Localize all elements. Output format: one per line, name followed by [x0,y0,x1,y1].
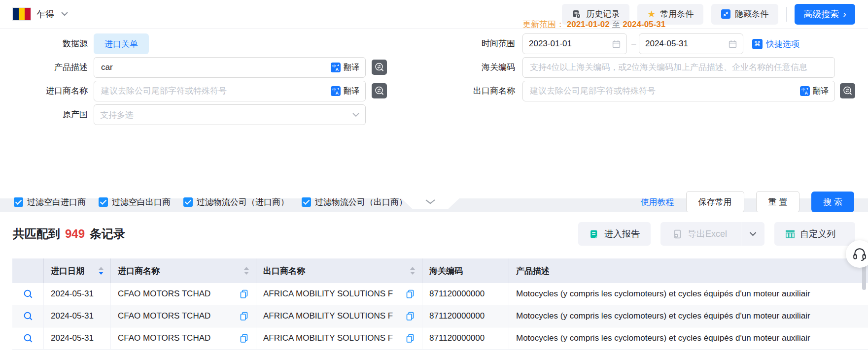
product-desc-cell: Motocycles (y compris les cyclomoteurs) … [509,283,868,305]
sort-icon[interactable] [99,267,104,275]
magnifier-icon [23,311,34,321]
results-table: 进口日期 进口商名称 出口商名称 海关编码 产品描述 2 [12,258,868,350]
column-header-importer[interactable]: 进口商名称 [111,258,256,283]
checkbox-filter-blank-exporter[interactable]: 过滤空白出口商 [99,196,171,208]
export-options-caret[interactable] [741,222,764,246]
export-icon [672,229,683,239]
save-favorite-button[interactable]: 保存常用 [686,191,744,213]
product-desc-input[interactable] [100,62,331,73]
copy-icon [405,289,415,299]
hs-code-field [522,57,835,78]
translate-button[interactable]: 中A 翻译 [331,63,359,73]
report-icon [589,229,599,239]
detail-column-header [12,258,44,283]
collapse-icon [721,9,730,19]
data-source-label: 数据源 [0,33,88,54]
hide-conditions-button[interactable]: 隐藏条件 [711,4,778,25]
copy-button[interactable] [405,311,415,321]
quick-options-link[interactable]: ⌘ 快捷选项 [752,33,799,54]
enter-report-button[interactable]: 进入报告 [578,222,651,246]
start-date-input[interactable]: 2023-01-01 [522,33,627,54]
fuzzy-match-icon [374,86,385,96]
filter-checkboxes: 过滤空白进口商 过滤空白出口商 过滤物流公司（进口商） 过滤物流公司（出口商） [14,196,407,208]
chevron-down-icon [61,12,68,16]
results-summary: 共匹配到949条记录 [13,226,125,242]
fuzzy-match-icon [374,62,385,73]
copy-button[interactable] [405,289,415,299]
star-icon: ★ [647,9,656,19]
view-detail-button[interactable] [23,289,34,299]
reset-button[interactable]: 重 置 [756,191,800,213]
hs-code-input[interactable] [529,62,829,73]
svg-text:A: A [805,91,808,96]
export-excel-main[interactable]: 导出Excel [660,222,736,246]
magnifier-icon [23,289,34,299]
view-detail-button[interactable] [23,333,34,344]
product-desc-cell: Motocycles (y compris les cyclomoteurs) … [509,305,868,327]
checkbox-filter-logistics-exporter[interactable]: 过滤物流公司（出口商） [302,196,407,208]
hs-code-cell: 871120000000 [422,327,509,349]
checkbox-checked-icon [14,197,23,207]
import-date-cell: 2024-05-31 [44,305,111,327]
row-detail-cell [12,305,44,327]
import-date-cell: 2024-05-31 [44,283,111,305]
svg-text:A: A [336,67,339,72]
table-body: 2024-05-31 CFAO MOTORS TCHAD AFRICA MOBI… [12,283,868,350]
translate-icon: 中A [800,86,810,96]
copy-button[interactable] [239,311,249,321]
end-date-input[interactable]: 2024-05-31 [639,33,743,54]
calendar-icon [729,40,737,48]
divider [786,7,787,22]
product-desc-cell: Motocycles (y compris les cyclomoteurs) … [509,327,868,349]
tab-import-declaration[interactable]: 进口关单 [94,33,149,54]
search-form: 更新范围： 2021-01-02 至 2024-05-31 数据源 进口关单 时… [0,29,868,198]
copy-button[interactable] [239,289,249,299]
column-header-product: 产品描述 [509,258,868,283]
translate-icon: 中A [331,86,341,96]
search-button[interactable]: 搜 索 [811,192,854,212]
record-count: 949 [65,227,85,241]
import-date-cell: 2024-05-31 [44,327,111,349]
tutorial-link[interactable]: 使用教程 [641,196,674,208]
checkbox-checked-icon [302,197,311,207]
hs-code-label: 海关编码 [427,57,515,78]
match-mode-toggle[interactable] [372,83,387,98]
importer-cell: CFAO MOTORS TCHAD [111,327,256,349]
copy-button[interactable] [405,333,415,343]
checkbox-filter-blank-importer[interactable]: 过滤空白进口商 [14,196,86,208]
match-mode-toggle[interactable] [372,60,387,75]
advanced-search-button[interactable]: 高级搜索 › [795,4,855,25]
exporter-cell: AFRICA MOBILITY SOLUTIONS F [256,283,422,305]
column-header-exporter[interactable]: 出口商名称 [256,258,422,283]
translate-button[interactable]: 中A 翻译 [800,86,829,96]
checkbox-checked-icon [183,197,193,207]
hs-code-cell: 871120000000 [422,283,509,305]
importer-input[interactable] [100,86,331,96]
match-mode-toggle[interactable] [840,83,855,98]
translate-icon: 中A [331,63,341,72]
customize-columns-button[interactable]: 自定义列 [774,222,855,246]
origin-country-label: 原产国 [0,104,88,125]
copy-icon [239,311,249,321]
origin-country-select[interactable]: 支持多选 [94,104,366,125]
exporter-input[interactable] [529,86,800,96]
column-header-import-date[interactable]: 进口日期 [44,258,111,283]
sort-icon[interactable] [410,267,415,275]
fuzzy-match-icon [842,86,853,96]
exporter-label: 出口商名称 [427,81,515,101]
country-selector[interactable]: 乍得 [13,8,68,20]
table-row: 2024-05-31 CFAO MOTORS TCHAD AFRICA MOBI… [12,327,868,350]
time-range-label: 时间范围 [427,33,515,54]
translate-button[interactable]: 中A 翻译 [331,86,359,96]
sort-icon[interactable] [244,267,249,275]
exporter-field: 中A 翻译 [522,81,835,101]
magnifier-icon [23,333,34,344]
checkbox-filter-logistics-importer[interactable]: 过滤物流公司（进口商） [183,196,289,208]
update-range: 更新范围： 2021-01-02 至 2024-05-31 [522,19,665,30]
copy-button[interactable] [239,333,249,343]
form-buttons: 使用教程 保存常用 重 置 搜 索 [641,191,854,213]
copy-icon [405,333,415,343]
view-detail-button[interactable] [23,311,34,321]
export-excel-button[interactable]: 导出Excel [660,222,764,246]
copy-icon [239,289,249,299]
